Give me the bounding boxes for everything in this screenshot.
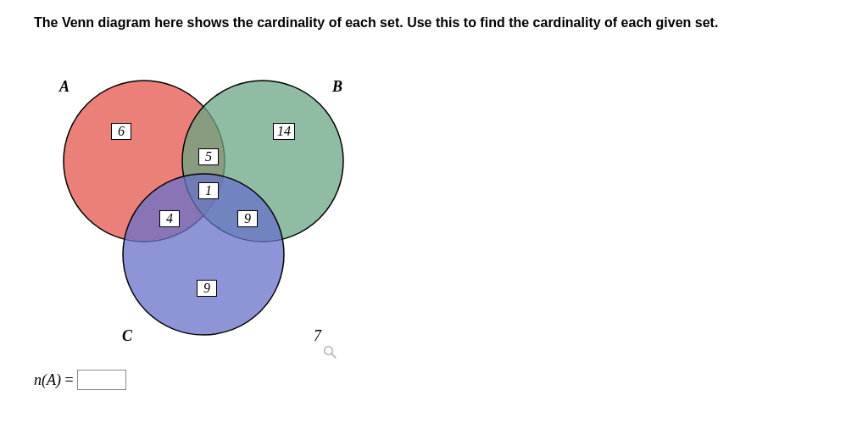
region-ac: 4: [159, 210, 180, 227]
instruction-text: The Venn diagram here shows the cardinal…: [34, 15, 834, 31]
region-b-only: 14: [273, 123, 295, 140]
region-c-only: 9: [197, 280, 217, 297]
answer-input[interactable]: [77, 370, 126, 390]
region-bc: 9: [237, 210, 258, 227]
region-ab: 5: [198, 148, 219, 165]
answer-prefix: n(A): [34, 371, 61, 388]
svg-line-1: [331, 354, 336, 358]
region-a-only: 6: [111, 123, 131, 140]
venn-diagram: A B C 6 14 9 5 4 9 1 7: [34, 42, 390, 365]
label-c: C: [122, 327, 132, 345]
answer-equals: =: [61, 371, 74, 388]
label-b: B: [332, 78, 342, 96]
label-a: A: [59, 78, 70, 96]
answer-row: n(A) =: [34, 370, 834, 390]
magnify-icon[interactable]: [322, 344, 337, 359]
region-abc: 1: [198, 182, 219, 199]
region-outside: 7: [314, 327, 321, 345]
answer-label: n(A) =: [34, 371, 74, 389]
